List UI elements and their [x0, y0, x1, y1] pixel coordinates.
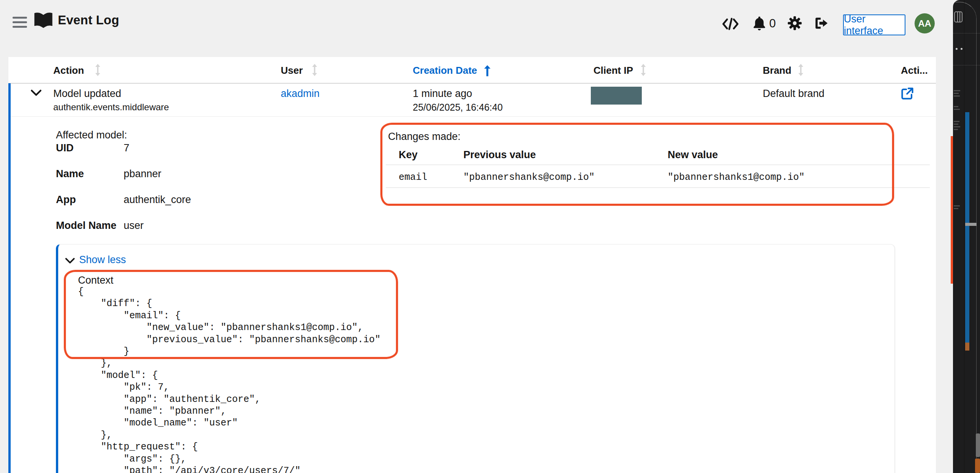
settings-gear-icon[interactable]	[788, 16, 802, 32]
expanded-row-accent-border	[8, 83, 11, 473]
row-created-relative: 1 minute ago	[413, 88, 472, 100]
show-less-toggle[interactable]: Show less	[79, 254, 126, 266]
menu-hamburger-icon[interactable]	[13, 17, 27, 30]
row-action-subtitle: authentik.events.middleware	[53, 102, 169, 113]
changes-row-key: email	[399, 172, 427, 183]
row-divider	[11, 116, 936, 117]
top-header-bar: Event Log 0	[0, 0, 980, 57]
column-header-brand[interactable]: Brand	[763, 65, 791, 76]
row-action-title: Model updated	[53, 88, 121, 100]
minimap-brown-bar	[965, 343, 969, 351]
sort-icon-user[interactable]	[311, 64, 318, 76]
field-value-name: pbanner	[124, 168, 161, 180]
field-value-model-name: user	[124, 220, 144, 232]
divider-dotted	[953, 33, 980, 33]
notifications-count: 0	[769, 17, 776, 30]
column-header-actions: Acti...	[901, 65, 928, 76]
client-ip-redacted-box	[591, 87, 642, 105]
minimap-blob	[975, 459, 980, 473]
field-value-app: authentik_core	[124, 194, 191, 206]
changes-row-new-value: "pbannershanks1@comp.io"	[668, 172, 805, 183]
right-edge-window	[953, 0, 980, 473]
row-expand-caret-icon[interactable]	[30, 89, 43, 99]
affected-model-label: Affected model:	[56, 129, 127, 141]
table-header-divider	[8, 83, 936, 84]
changes-row-previous-value: "pbannershanks@comp.io"	[463, 172, 595, 183]
page-title: Event Log	[58, 13, 119, 27]
row-brand: Default brand	[763, 88, 824, 100]
field-label-model-name: Model Name	[56, 220, 116, 232]
user-interface-button[interactable]: User interface	[843, 14, 905, 35]
field-label-name: Name	[56, 168, 84, 180]
dot-icon	[961, 48, 963, 50]
show-less-chevron-icon[interactable]	[65, 258, 75, 264]
notifications-bell-icon[interactable]	[753, 16, 765, 32]
changes-col-new: New value	[668, 149, 718, 161]
panes-icon	[954, 11, 963, 22]
field-label-app: App	[56, 194, 76, 206]
annotation-vertical-line	[951, 136, 953, 284]
right-window-outline	[953, 2, 977, 473]
changes-col-key: Key	[399, 149, 418, 161]
sort-icon-client-ip[interactable]	[640, 64, 647, 76]
sort-icon-brand[interactable]	[797, 64, 804, 76]
context-label: Context	[78, 275, 113, 286]
sort-icon-action[interactable]	[94, 64, 101, 76]
column-header-user[interactable]: User	[281, 65, 303, 76]
event-log-page: Event Log 0	[0, 0, 980, 473]
column-header-action[interactable]: Action	[53, 65, 84, 76]
column-header-client-ip[interactable]: Client IP	[593, 65, 633, 76]
sort-ascending-icon[interactable]	[484, 65, 491, 77]
minimap-blue-bar	[965, 112, 969, 350]
changes-table-divider	[386, 165, 930, 165]
row-user-link[interactable]: akadmin	[281, 88, 320, 100]
changes-col-previous: Previous value	[463, 149, 536, 161]
strip-vertical-line	[964, 0, 964, 473]
minimap-gray-bar	[965, 223, 977, 226]
minimap-blob	[976, 433, 980, 457]
column-header-creation-date[interactable]: Creation Date	[413, 65, 477, 76]
changes-table-divider-bottom	[386, 187, 930, 188]
field-label-uid: UID	[56, 142, 74, 154]
context-json-code: { "diff": { "email": { "new_value": "pba…	[78, 286, 380, 473]
divider-dotted	[953, 65, 980, 65]
user-interface-button-label: User interface	[844, 13, 905, 37]
changes-made-title: Changes made:	[388, 131, 461, 143]
field-value-uid: 7	[124, 142, 129, 154]
row-created-absolute: 25/06/2025, 16:46:40	[413, 102, 503, 113]
avatar[interactable]: AA	[915, 13, 935, 33]
dot-icon	[956, 48, 958, 50]
api-code-icon[interactable]	[722, 17, 739, 32]
event-log-book-icon	[33, 11, 53, 30]
sign-out-icon[interactable]	[815, 17, 829, 31]
open-event-share-icon[interactable]	[901, 87, 914, 100]
avatar-initials: AA	[918, 18, 931, 29]
